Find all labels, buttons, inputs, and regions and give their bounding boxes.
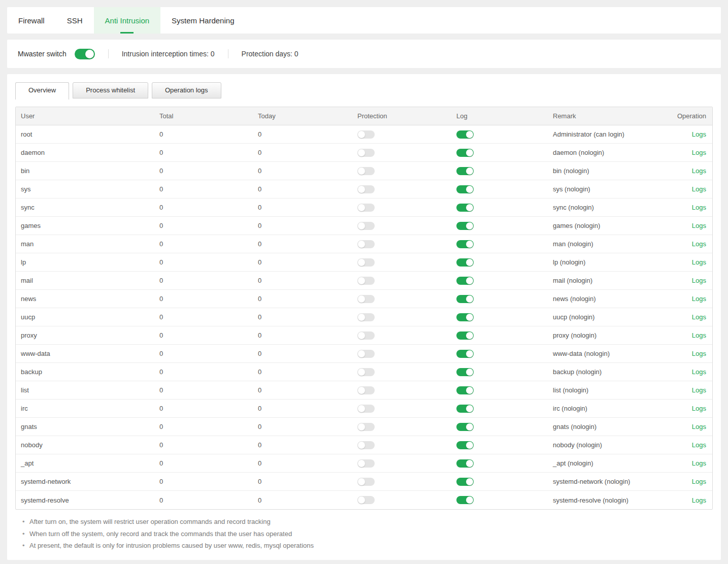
- protection-toggle[interactable]: [357, 331, 375, 340]
- log-toggle[interactable]: [456, 167, 474, 175]
- protection-toggle[interactable]: [357, 441, 375, 449]
- logs-link[interactable]: Logs: [692, 368, 706, 376]
- logs-link[interactable]: Logs: [692, 240, 706, 248]
- protection-cell: [357, 477, 456, 486]
- protection-toggle[interactable]: [357, 258, 375, 267]
- protection-toggle[interactable]: [357, 478, 375, 486]
- protection-toggle[interactable]: [357, 167, 375, 175]
- today-cell: 0: [258, 386, 357, 394]
- operation-cell: Logs: [660, 478, 706, 485]
- sub-tab-bar: Overview Process whitelist Operation log…: [15, 82, 713, 99]
- logs-link[interactable]: Logs: [692, 350, 706, 357]
- protection-toggle[interactable]: [357, 368, 375, 376]
- logs-link[interactable]: Logs: [692, 386, 706, 394]
- log-toggle[interactable]: [456, 295, 474, 303]
- table-row: mail 0 0 mail (nologin) Logs: [16, 272, 712, 290]
- log-toggle[interactable]: [456, 331, 474, 340]
- logs-link[interactable]: Logs: [692, 313, 706, 321]
- note-item: At present, the default is only for intr…: [22, 540, 713, 552]
- log-toggle[interactable]: [456, 368, 474, 376]
- user-cell: _apt: [21, 459, 159, 467]
- logs-link[interactable]: Logs: [692, 441, 706, 449]
- tab-system-hardening[interactable]: System Hardening: [160, 7, 245, 34]
- protection-toggle[interactable]: [357, 423, 375, 431]
- logs-link[interactable]: Logs: [692, 478, 706, 485]
- protection-toggle[interactable]: [357, 405, 375, 413]
- tab-ssh[interactable]: SSH: [56, 7, 94, 34]
- subtab-process-whitelist[interactable]: Process whitelist: [73, 82, 148, 98]
- protection-toggle[interactable]: [357, 130, 375, 139]
- log-toggle[interactable]: [456, 478, 474, 486]
- operation-cell: Logs: [660, 386, 706, 394]
- tab-firewall[interactable]: Firewall: [7, 7, 56, 34]
- log-toggle[interactable]: [456, 350, 474, 358]
- protection-toggle[interactable]: [357, 496, 375, 504]
- subtab-operation-logs[interactable]: Operation logs: [152, 82, 221, 98]
- protection-toggle[interactable]: [357, 185, 375, 193]
- logs-link[interactable]: Logs: [692, 204, 706, 211]
- log-toggle[interactable]: [456, 204, 474, 212]
- protection-toggle[interactable]: [357, 313, 375, 321]
- log-toggle[interactable]: [456, 459, 474, 468]
- logs-link[interactable]: Logs: [692, 277, 706, 284]
- logs-link[interactable]: Logs: [692, 222, 706, 229]
- log-toggle[interactable]: [456, 185, 474, 193]
- log-toggle[interactable]: [456, 423, 474, 431]
- user-cell: man: [21, 240, 159, 248]
- total-cell: 0: [159, 405, 258, 412]
- log-toggle[interactable]: [456, 277, 474, 285]
- protection-toggle[interactable]: [357, 350, 375, 358]
- log-toggle[interactable]: [456, 405, 474, 413]
- logs-link[interactable]: Logs: [692, 459, 706, 467]
- logs-link[interactable]: Logs: [692, 295, 706, 303]
- log-cell: [456, 422, 553, 431]
- toggle-knob: [466, 496, 473, 504]
- protection-toggle[interactable]: [357, 386, 375, 394]
- log-toggle[interactable]: [456, 149, 474, 157]
- table-row: root 0 0 Administrator (can login) Logs: [16, 125, 712, 144]
- log-cell: [456, 404, 553, 413]
- total-cell: 0: [159, 204, 258, 211]
- remark-cell: daemon (nologin): [553, 149, 660, 156]
- table-row: sys 0 0 sys (nologin) Logs: [16, 180, 712, 198]
- log-cell: [456, 331, 553, 340]
- logs-link[interactable]: Logs: [692, 258, 706, 266]
- protection-toggle[interactable]: [357, 240, 375, 248]
- user-cell: nobody: [21, 441, 159, 449]
- operation-cell: Logs: [660, 295, 706, 303]
- log-toggle[interactable]: [456, 496, 474, 504]
- logs-link[interactable]: Logs: [692, 185, 706, 193]
- logs-link[interactable]: Logs: [692, 423, 706, 430]
- log-toggle[interactable]: [456, 222, 474, 230]
- toggle-knob: [358, 204, 365, 211]
- log-toggle[interactable]: [456, 130, 474, 139]
- tab-anti-intrusion[interactable]: Anti Intrusion: [94, 7, 161, 34]
- logs-link[interactable]: Logs: [692, 167, 706, 175]
- protection-toggle[interactable]: [357, 222, 375, 230]
- log-toggle[interactable]: [456, 386, 474, 394]
- protection-cell: [357, 185, 456, 193]
- log-toggle[interactable]: [456, 240, 474, 248]
- log-toggle[interactable]: [456, 258, 474, 267]
- table-row: backup 0 0 backup (nologin) Logs: [16, 363, 712, 381]
- protection-toggle[interactable]: [357, 277, 375, 285]
- log-toggle[interactable]: [456, 441, 474, 449]
- protection-toggle[interactable]: [357, 295, 375, 303]
- remark-cell: news (nologin): [553, 295, 660, 303]
- protection-toggle[interactable]: [357, 204, 375, 212]
- protection-toggle[interactable]: [357, 459, 375, 468]
- logs-link[interactable]: Logs: [692, 405, 706, 412]
- protection-toggle[interactable]: [357, 149, 375, 157]
- logs-link[interactable]: Logs: [692, 331, 706, 339]
- logs-link[interactable]: Logs: [692, 130, 706, 138]
- log-toggle[interactable]: [456, 313, 474, 321]
- total-cell: 0: [159, 167, 258, 175]
- logs-link[interactable]: Logs: [692, 496, 706, 504]
- logs-link[interactable]: Logs: [692, 149, 706, 156]
- toggle-knob: [358, 496, 365, 504]
- toggle-knob: [358, 241, 365, 248]
- subtab-overview[interactable]: Overview: [15, 82, 69, 99]
- master-switch-toggle[interactable]: [75, 49, 95, 59]
- today-cell: 0: [258, 496, 357, 504]
- note-item: When turn off the system, only record an…: [22, 528, 713, 540]
